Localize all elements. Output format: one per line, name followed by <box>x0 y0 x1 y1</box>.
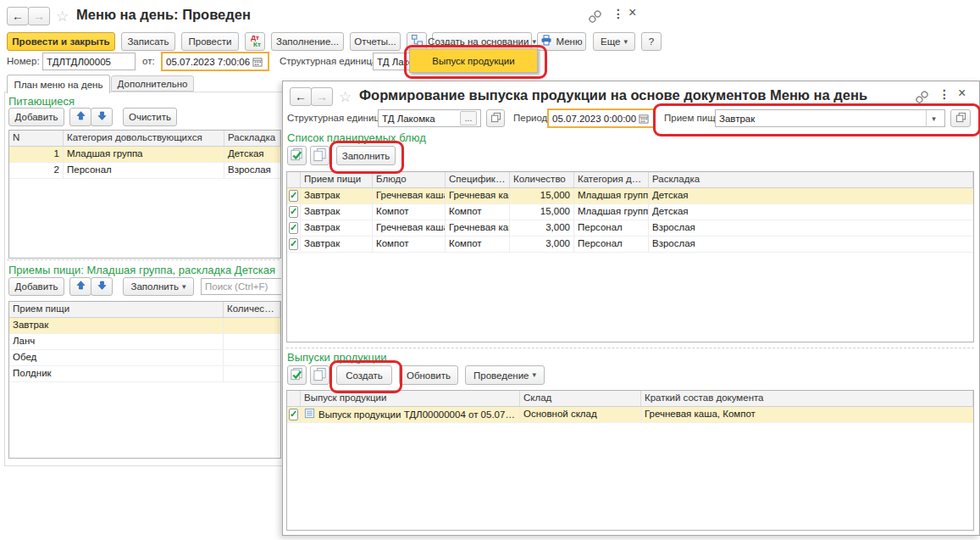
period-field[interactable]: 05.07.2023 0:00:00 <box>547 109 656 128</box>
w1-help-button[interactable]: ? <box>641 32 662 51</box>
w1-window-menu-icon[interactable]: ⋮ <box>612 7 624 20</box>
w1-more-label: Еще <box>601 36 620 47</box>
cell-meal: Завтрак <box>301 204 373 220</box>
cell-category: Персонал <box>64 163 224 178</box>
w2-window-menu-icon[interactable]: ⋮ <box>938 87 950 101</box>
create-based-on-menu-item[interactable]: Выпуск продукции <box>409 48 538 73</box>
meals-fill-button[interactable]: Заполнить ▾ <box>123 277 194 296</box>
reports-button[interactable]: Отчеты... <box>350 32 401 51</box>
outputs-check-all-button[interactable] <box>287 365 307 385</box>
dishes-heading: Список планируемых блюд <box>287 131 426 144</box>
check-all-icon <box>290 148 304 164</box>
col-qty: Количество питающихся <box>224 302 280 317</box>
fill-menu-button[interactable]: Заполнение... <box>271 32 344 51</box>
outputs-table-header: Выпуск продукции Склад Краткий состав до… <box>287 391 973 407</box>
col-doc: Выпуск продукции <box>301 391 520 406</box>
table-row[interactable]: 2 Персонал Взрослая <box>9 163 280 179</box>
w2-back-button[interactable]: ← <box>290 87 312 106</box>
date-field[interactable]: 05.07.2023 7:00:06 <box>161 52 269 71</box>
diners-move-down-button[interactable] <box>91 108 113 126</box>
calendar-icon[interactable] <box>250 53 264 70</box>
table-row[interactable]: Обед <box>9 350 280 366</box>
table-row[interactable]: Завтрак <box>9 318 280 334</box>
meals-add-label: Добавить <box>15 281 58 292</box>
calendar-icon[interactable] <box>636 110 651 126</box>
section-separator <box>286 348 974 348</box>
w1-forward-button[interactable]: → <box>28 7 50 25</box>
table-row[interactable]: ✓ Завтрак Компот Компот 3,000 Персонал В… <box>287 237 973 253</box>
table-row[interactable]: ✓ Выпуск продукции ТДЛ00000004 от 05.07.… <box>287 407 973 423</box>
diners-table[interactable]: N Категория довольствующихся Раскладка 1… <box>8 130 281 259</box>
row-checkbox[interactable]: ✓ <box>289 206 298 218</box>
number-field[interactable]: ТДЛТДЛ00005 <box>42 53 136 70</box>
meals-add-button[interactable]: Добавить <box>8 277 64 296</box>
table-row[interactable]: ✓ Завтрак Гречневая каша Гречневая каша … <box>287 220 973 237</box>
w2-favorite-star-icon[interactable]: ☆ <box>339 88 352 106</box>
col-qty: Количество <box>510 172 574 187</box>
row-checkbox[interactable]: ✓ <box>289 409 298 420</box>
post-button[interactable]: Провести <box>181 32 239 51</box>
cell-layout: Детская <box>649 188 973 203</box>
table-row[interactable]: ✓ Завтрак Компот Компот 15,000 Младшая г… <box>287 204 973 220</box>
open-icon <box>955 112 966 125</box>
w1-favorite-star-icon[interactable]: ☆ <box>56 8 69 25</box>
choose-icon[interactable]: ... <box>460 111 477 125</box>
row-checkbox[interactable]: ✓ <box>289 190 298 202</box>
dishes-fill-button[interactable]: Заполнить <box>336 146 396 165</box>
menu-print-button[interactable]: Меню <box>537 32 586 51</box>
menu-print-label: Меню <box>556 36 582 47</box>
dishes-fill-label: Заполнить <box>342 151 390 161</box>
col-brief: Краткий состав документа <box>641 391 973 406</box>
meal-open-button[interactable] <box>950 109 971 127</box>
dishes-table-header: Прием пищи Блюдо Спецификация Количество… <box>287 172 973 188</box>
w2-close-icon[interactable]: × <box>958 86 966 101</box>
structure-icon <box>411 34 424 49</box>
cell-category: Младшая группа <box>574 204 649 220</box>
outputs-posting-button[interactable]: Проведение ▾ <box>465 365 545 385</box>
outputs-refresh-button[interactable]: Обновить <box>399 365 458 385</box>
w1-back-button[interactable]: ← <box>7 7 29 25</box>
dishes-uncheck-all-button[interactable] <box>310 146 329 165</box>
w2-unit-open-button[interactable] <box>486 109 505 127</box>
table-row[interactable]: Ланч <box>9 334 280 350</box>
tab-additional[interactable]: Дополнительно <box>111 75 194 92</box>
tab-menu-plan[interactable]: План меню на день <box>7 75 110 93</box>
table-row[interactable]: 1 Младшая группа Детская <box>9 147 280 163</box>
diners-move-up-button[interactable] <box>69 108 91 126</box>
debit-credit-button[interactable]: ДтКт <box>245 32 265 51</box>
w1-more-button[interactable]: Еще ▾ <box>593 32 635 51</box>
post-and-close-label: Провести и закрыть <box>12 36 109 47</box>
meals-move-down-button[interactable] <box>91 277 113 296</box>
tab-additional-label: Дополнительно <box>118 79 188 89</box>
w2-title: Формирование выпуска продукции на основе… <box>359 87 867 103</box>
chevron-down-icon[interactable]: ▾ <box>926 110 941 126</box>
w2-forward-button[interactable]: → <box>311 87 333 106</box>
outputs-table[interactable]: Выпуск продукции Склад Краткий состав до… <box>286 390 974 531</box>
post-and-close-button[interactable]: Провести и закрыть <box>7 32 115 51</box>
cell-layout: Взрослая <box>224 163 280 178</box>
w1-close-icon[interactable]: × <box>628 5 636 20</box>
meals-move-up-button[interactable] <box>69 277 91 296</box>
cell-n: 1 <box>9 147 64 162</box>
diners-clear-button[interactable]: Очистить <box>123 108 177 126</box>
diners-add-button[interactable]: Добавить <box>8 108 64 126</box>
cell-category: Персонал <box>574 237 649 252</box>
chevron-down-icon: ▾ <box>532 38 536 46</box>
meal-field[interactable]: Завтрак ▾ <box>715 109 945 127</box>
outputs-create-button[interactable]: Создать <box>336 365 392 385</box>
table-row[interactable]: Полдник <box>9 366 280 382</box>
meals-search-input[interactable] <box>201 278 281 295</box>
w2-link-icon[interactable] <box>915 90 929 106</box>
w2-unit-field[interactable]: ТД Лакомка ... <box>378 109 481 127</box>
row-checkbox[interactable]: ✓ <box>289 238 298 250</box>
dishes-check-all-button[interactable] <box>287 146 307 165</box>
row-checkbox[interactable]: ✓ <box>289 222 298 234</box>
post-label: Провести <box>189 36 232 47</box>
meals-table[interactable]: Прием пищи Количество питающихся Завтрак… <box>8 301 281 459</box>
dishes-table[interactable]: Прием пищи Блюдо Спецификация Количество… <box>286 171 974 342</box>
write-button[interactable]: Записать <box>121 32 175 51</box>
w1-link-icon[interactable] <box>588 9 602 25</box>
outputs-uncheck-all-button[interactable] <box>310 365 329 385</box>
table-row[interactable]: ✓ Завтрак Гречневая каша Гречневая каша … <box>287 188 973 204</box>
cell-spec: Гречневая каша <box>446 188 510 203</box>
